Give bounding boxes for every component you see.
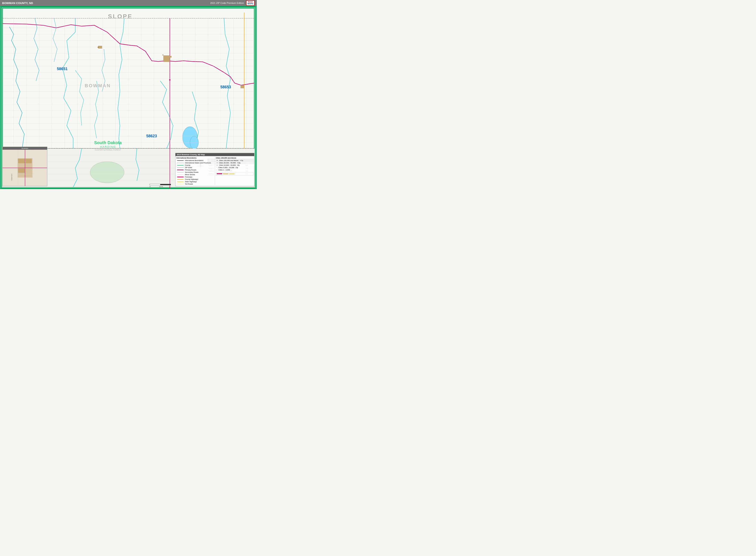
inset-title: Scranton xyxy=(3,147,47,150)
county-title: BOWMAN COUNTY, ND xyxy=(2,1,33,5)
legend-zip-label: ZIP Grids xyxy=(185,167,192,169)
svg-text:CEMETERY: CEMETERY xyxy=(11,174,12,181)
city-5k-label: Cities 5,000 - 24,999 xyxy=(219,167,234,169)
south-dakota-label: South Dakota HARDING CUSTER NATIONAL FOR… xyxy=(94,140,122,151)
legend-row-zip: ZIP Grids xyxy=(176,166,214,169)
sample-road-row xyxy=(217,174,253,175)
svg-text:10 mi: 10 mi xyxy=(159,186,163,187)
legend-primary-label: Primary Roads xyxy=(185,169,196,171)
legend-row-county: County xyxy=(176,164,214,166)
legend-row-toll: Toll Roads xyxy=(176,183,214,185)
legend-city-5k: · Cities 5,000 - 24,999 City xyxy=(216,166,254,169)
city-1k-label: Cities 1 - 4,999 xyxy=(219,169,230,171)
city-25k-indicator: + xyxy=(217,162,218,164)
svg-point-61 xyxy=(169,79,170,81)
sample-roads xyxy=(216,172,254,176)
custer-label: CUSTER NATIONAL FOREST xyxy=(94,149,122,151)
legend-header: 2014 Bowman County, ND Map xyxy=(175,153,254,156)
svg-rect-77 xyxy=(26,159,32,163)
legend-county-label: County xyxy=(185,164,190,166)
legend-row-county-hwy: County Highways xyxy=(176,178,214,180)
svg-rect-78 xyxy=(18,169,25,173)
legend-county-hwy-label: County Highways xyxy=(185,178,198,180)
city-10k-indicator: + xyxy=(217,164,218,166)
legend-row-intl: International Boundaries xyxy=(176,159,214,162)
legend-row-state-hwy: State Highways xyxy=(176,180,214,183)
legend-secondary-label: Secondary Roads xyxy=(185,171,199,173)
legend-row-minor: Minor Streets xyxy=(176,173,214,176)
svg-rect-49 xyxy=(162,54,163,56)
svg-point-62 xyxy=(98,47,99,48)
harding-label: HARDING xyxy=(94,145,122,148)
inset-map: Scranton CEMETERY xyxy=(2,147,47,186)
state-name: South Dakota xyxy=(94,140,122,145)
map-legend: 2014 Bowman County, ND Map International… xyxy=(175,153,255,186)
svg-rect-48 xyxy=(163,56,170,62)
city-10k-label: Cities 10,000 - 24,999 xyxy=(219,164,236,166)
svg-rect-76 xyxy=(18,159,25,163)
legend-city-100k: + Cities 100,000 and Above +City xyxy=(216,159,254,162)
svg-text:0: 0 xyxy=(150,186,151,187)
legend-city-header: Cities 100,000 and Above xyxy=(216,157,254,159)
svg-rect-50 xyxy=(170,56,172,58)
legend-city-1k: · Cities 1 - 4,999 . xyxy=(216,169,254,171)
header-right: 2021 ZIP Code Premium Edition Market MAP… xyxy=(210,0,255,6)
logo-maps: MAPS xyxy=(248,3,253,5)
bowman-county-label: BOWMAN xyxy=(85,83,111,89)
svg-rect-65 xyxy=(150,184,160,185)
city-25k-label: Cities 25,000 - 99,999 xyxy=(219,162,236,164)
legend-intl-label: International Boundaries xyxy=(185,160,203,162)
legend-row-secondary: Secondary Roads xyxy=(176,171,214,173)
legend-toll-label: Toll Roads xyxy=(185,183,193,185)
legend-boundaries-header: International Boundaries xyxy=(176,157,214,159)
edition-label: 2021 ZIP Code Premium Edition xyxy=(210,2,244,4)
city-100k-label: Cities 100,000 and Above xyxy=(219,160,238,162)
legend-row-freeway: Freeways xyxy=(176,176,214,178)
city-5k-indicator: · xyxy=(217,167,217,169)
legend-states-label: International States and Provinces xyxy=(185,162,211,164)
inset-svg: CEMETERY xyxy=(3,150,47,186)
sample-freeway-row xyxy=(217,173,253,174)
slope-county-label: SLOPE xyxy=(108,13,132,20)
market-maps-logo: Market MAPS xyxy=(246,0,255,6)
svg-rect-52 xyxy=(240,85,244,88)
legend-minor-label: Minor Streets xyxy=(185,174,195,176)
legend-state-hwy-label: State Highways xyxy=(185,181,197,183)
svg-point-54 xyxy=(90,162,124,183)
legend-row-primary: Primary Roads xyxy=(176,169,214,171)
city-1k-indicator: · xyxy=(217,169,217,171)
header-bar: BOWMAN COUNTY, ND 2021 ZIP Code Premium … xyxy=(0,0,257,6)
legend-row-states: International States and Provinces xyxy=(176,162,214,164)
map-container: CEMETERY 0 10 mi SLOPE BOWMAN 58651 5862… xyxy=(0,6,257,189)
legend-city-10k: + Cities 10,000 - 24,999 City xyxy=(216,164,254,166)
legend-city-25k: + Cities 25,000 - 99,999 +City xyxy=(216,162,254,164)
legend-freeway-label: Freeways xyxy=(185,176,192,178)
city-100k-indicator: + xyxy=(217,160,218,162)
